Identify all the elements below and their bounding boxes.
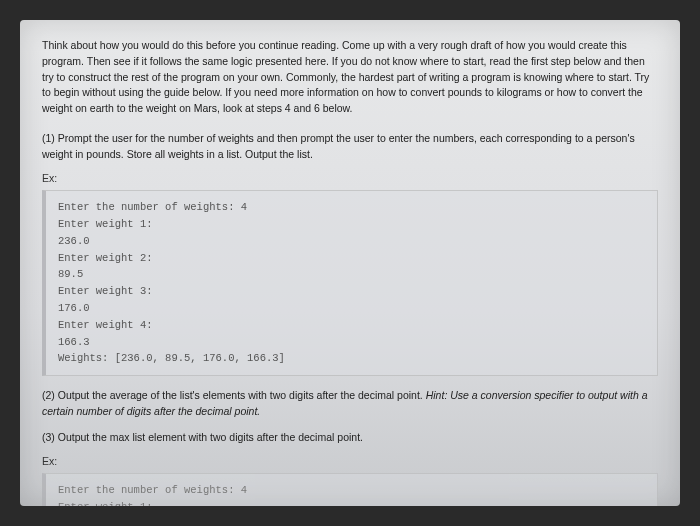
code-line: Enter weight 4: <box>58 317 645 334</box>
code-block-2: Enter the number of weights: 4 Enter wei… <box>42 473 658 506</box>
code-line: Enter weight 1: <box>58 216 645 233</box>
code-line: 166.3 <box>58 334 645 351</box>
step-3-text: (3) Output the max list element with two… <box>42 430 658 446</box>
step-1-text: (1) Prompt the user for the number of we… <box>42 131 658 163</box>
code-line: 236.0 <box>58 233 645 250</box>
code-line: Weights: [236.0, 89.5, 176.0, 166.3] <box>58 350 645 367</box>
code-line: 89.5 <box>58 266 645 283</box>
step-2-text: (2) Output the average of the list's ele… <box>42 388 658 420</box>
code-line: 176.0 <box>58 300 645 317</box>
document-page: Think about how you would do this before… <box>20 20 680 506</box>
code-line: Enter weight 2: <box>58 250 645 267</box>
code-block-1: Enter the number of weights: 4 Enter wei… <box>42 190 658 376</box>
code-line: Enter the number of weights: 4 <box>58 482 645 499</box>
code-line: Enter weight 3: <box>58 283 645 300</box>
example-label-1: Ex: <box>42 172 658 184</box>
code-line: Enter weight 1: <box>58 499 645 506</box>
step-2-main: (2) Output the average of the list's ele… <box>42 389 426 401</box>
code-line: Enter the number of weights: 4 <box>58 199 645 216</box>
example-label-2: Ex: <box>42 455 658 467</box>
intro-paragraph: Think about how you would do this before… <box>42 38 658 117</box>
